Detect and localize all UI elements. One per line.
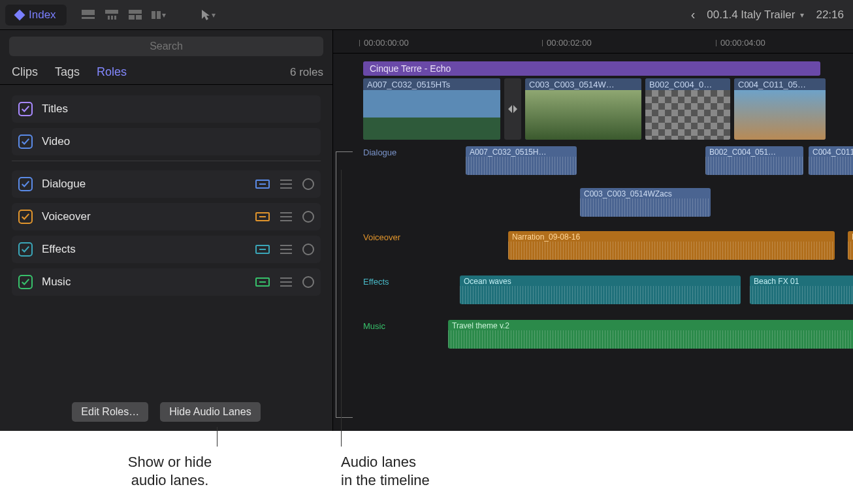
audio-clip[interactable]: C003_C003_0514WZacs [580,188,711,217]
app-window: Index ▾ ▾ ‹ 00.1.4 Italy Trailer ▾ 22:16 [0,0,853,431]
appearance-icon-1[interactable] [81,8,95,22]
role-row-music[interactable]: Music [12,268,321,296]
show-lane-icon[interactable] [255,212,270,221]
role-checkbox[interactable] [18,177,33,191]
show-lane-icon[interactable] [255,277,270,287]
lane-music: Music Travel theme v.2 [361,320,853,358]
chevron-down-icon: ▾ [212,10,216,20]
waveform [466,157,577,175]
waveform [448,330,853,349]
subroles-icon[interactable] [280,245,292,254]
audio-clip[interactable]: Ocean waves [460,276,741,304]
svg-rect-5 [114,16,116,20]
roles-list: Titles Video Dialogue [0,85,332,394]
solo-button[interactable] [302,211,314,223]
subroles-icon[interactable] [280,212,292,221]
svg-rect-1 [82,17,95,19]
ruler-tick: 00:00:02:00 [542,38,592,48]
audio-clip[interactable]: A007_C032_0515H… [466,146,577,175]
lane-label: Voiceover [361,231,417,242]
toolbar-icon-group: ▾ ▾ [81,8,216,22]
appearance-icon-3[interactable] [128,8,142,22]
index-button[interactable]: Index [5,5,67,25]
chevron-down-icon: ▾ [162,10,166,20]
callout-left: Show or hideaudio lanes. [105,453,235,489]
svg-rect-0 [82,10,95,15]
lane-voiceover: Voiceover Narration_09-08-16Narration_0 [361,231,853,269]
audio-clip[interactable]: Travel theme v.2 [448,320,853,349]
solo-button[interactable] [302,276,314,288]
waveform [750,286,853,304]
toolbar: Index ▾ ▾ ‹ 00.1.4 Italy Trailer ▾ 22:16 [0,0,853,30]
lane-label: Dialogue [361,146,417,157]
subroles-icon[interactable] [280,180,292,189]
project-name-dropdown[interactable]: 00.1.4 Italy Trailer ▾ [707,8,804,22]
lane-tracks: Travel theme v.2 [417,320,853,358]
audio-clip-title: B002_C004_051… [705,146,803,157]
search-input[interactable] [9,37,323,56]
solo-button[interactable] [302,244,314,255]
edit-roles-button[interactable]: Edit Roles… [72,402,148,422]
video-clip[interactable]: A007_C032_0515HTs [363,78,500,140]
timeline[interactable]: 00:00:00:00 00:00:02:00 00:00:04:00 Cinq… [333,30,853,431]
main-area: Clips Tags Roles 6 roles Titles Video [0,30,853,431]
index-diamond-icon [14,9,25,20]
role-row-video[interactable]: Video [12,128,321,155]
lane-effects: Effects Ocean wavesBeach FX 01 [361,276,853,313]
svg-rect-7 [129,15,135,20]
show-lane-icon[interactable] [255,180,270,189]
subroles-icon[interactable] [280,277,292,287]
waveform [580,198,711,217]
video-clip[interactable]: B002_C004_0… [645,78,730,140]
thumbnail [734,90,826,140]
hide-audio-lanes-button[interactable]: Hide Audio Lanes [160,402,260,422]
audio-clip[interactable]: Narration_09-08-16 [508,231,835,260]
ruler-tick: 00:00:00:00 [359,38,409,48]
svg-rect-9 [152,11,155,19]
audio-clip[interactable]: B002_C004_051… [705,146,803,175]
role-label: Voiceover [42,210,91,223]
audio-clip-title: Beach FX 01 [750,276,853,286]
storyline-title-clip[interactable]: Cinque Terre - Echo [363,61,820,76]
lane-tracks: Narration_09-08-16Narration_0 [417,231,853,269]
show-lane-icon[interactable] [255,245,270,254]
toolbar-right: ‹ 00.1.4 Italy Trailer ▾ 22:16 [691,7,844,22]
audio-clip[interactable]: C004_C011_05… [809,146,853,175]
timeline-ruler[interactable]: 00:00:00:00 00:00:02:00 00:00:04:00 [333,30,853,54]
svg-rect-8 [136,15,142,20]
appearance-icon-2[interactable] [105,8,119,22]
pointer-tool-icon[interactable]: ▾ [201,8,216,22]
thumbnail [645,90,730,140]
tab-roles[interactable]: Roles [97,65,127,79]
tab-clips[interactable]: Clips [12,65,38,79]
audio-clip[interactable]: Narration_0 [848,231,853,260]
audio-clip-title: Narration_09-08-16 [508,231,835,242]
waveform [848,242,853,260]
role-checkbox[interactable] [18,275,33,289]
video-clip[interactable]: C003_C003_0514W… [525,78,641,140]
role-label: Dialogue [42,178,86,191]
timeline-body: Cinque Terre - Echo A007_C032_0515HTs C0… [333,54,853,431]
transition-icon[interactable] [504,78,521,140]
role-row-effects[interactable]: Effects [12,236,321,263]
role-row-voiceover[interactable]: Voiceover [12,203,321,230]
role-checkbox[interactable] [18,102,33,116]
index-label: Index [29,8,56,22]
solo-button[interactable] [302,178,314,190]
video-clip[interactable]: C004_C011_05… [734,78,826,140]
role-row-titles[interactable]: Titles [12,95,321,123]
chevron-down-icon: ▾ [800,10,804,20]
role-row-dialogue[interactable]: Dialogue [12,170,321,198]
primary-storyline: A007_C032_0515HTs C003_C003_0514W… B002_… [363,78,853,140]
callout-line [341,170,342,447]
appearance-icon-4[interactable]: ▾ [152,8,166,22]
role-checkbox[interactable] [18,134,33,149]
tab-tags[interactable]: Tags [55,65,80,79]
svg-rect-4 [111,16,113,20]
history-back-button[interactable]: ‹ [691,7,696,22]
audio-clip[interactable]: Beach FX 01 [750,276,853,304]
role-checkbox[interactable] [18,242,33,257]
lane-label: Music [361,320,417,331]
role-checkbox[interactable] [18,210,33,224]
lane-tracks: A007_C032_0515H…B002_C004_051…C004_C011_… [417,146,853,225]
